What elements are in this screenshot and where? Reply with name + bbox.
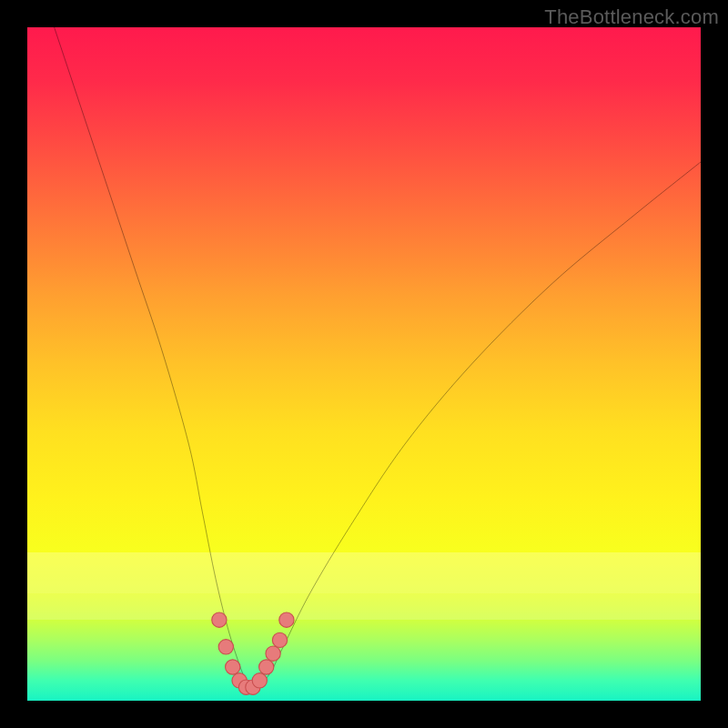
marker-dot: [259, 660, 274, 674]
outer-frame: TheBottleneck.com: [0, 0, 728, 728]
watermark-text: TheBottleneck.com: [544, 5, 719, 29]
marker-group: [212, 612, 294, 694]
marker-dot: [266, 646, 280, 661]
marker-dot: [226, 660, 240, 674]
plot-area: [27, 27, 701, 701]
marker-dot: [279, 612, 294, 627]
curve-svg: [27, 27, 701, 701]
marker-dot: [212, 612, 227, 627]
marker-dot: [252, 673, 267, 688]
bottleneck-curve: [55, 27, 701, 689]
marker-dot: [218, 640, 233, 654]
marker-dot: [272, 632, 287, 647]
